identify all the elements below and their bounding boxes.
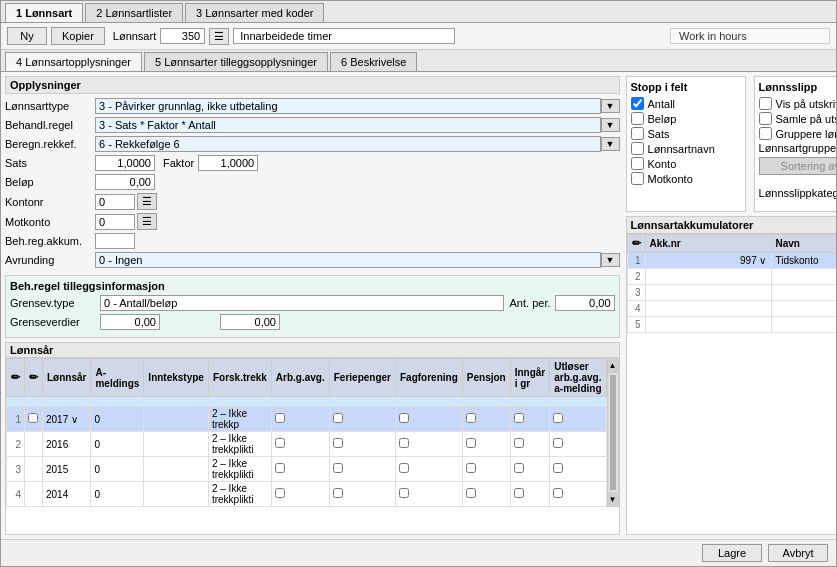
scroll-up-icon[interactable]: ▲ [608, 359, 618, 373]
check-motkonto-box[interactable] [631, 172, 644, 185]
new-button[interactable]: Ny [7, 27, 47, 45]
check-motkonto-label: Motkonto [648, 173, 693, 185]
akk-navn-3 [771, 285, 836, 301]
year-row-4[interactable]: 4 2014 0 2 – Ikke trekkplikti [7, 482, 607, 507]
row-fagf-2 [396, 432, 463, 457]
row-inntekt-3 [144, 457, 209, 482]
lønnsår-title: Lønnsår [10, 344, 53, 356]
scroll-down-icon[interactable]: ▼ [608, 492, 618, 506]
beh-regel-title: Beh.regel tilleggsinformasjon [10, 280, 615, 292]
akk-col-navn: Navn [771, 235, 836, 253]
row-year-3: 2015 [43, 457, 91, 482]
check-gruppere-box[interactable] [759, 127, 772, 140]
col-inntekstype: Inntekstype [144, 359, 209, 397]
akk-row-5[interactable]: 5 [627, 317, 836, 333]
kontonr-list-icon[interactable]: ☰ [137, 193, 157, 210]
beregnrekkef-dropdown[interactable]: 6 - Rekkefølge 6 ▼ [95, 136, 620, 152]
check-konto-box[interactable] [631, 157, 644, 170]
lønnsart-number[interactable] [160, 28, 205, 44]
lønnsår-header: Lønnsår [6, 343, 619, 358]
check-beløp-box[interactable] [631, 112, 644, 125]
akk-row-4[interactable]: 4 [627, 301, 836, 317]
avrunding-dropdown[interactable]: 0 - Ingen ▼ [95, 252, 620, 268]
row-year-2: 2016 [43, 432, 91, 457]
lønnsart-label: Lønnsart [113, 30, 156, 42]
lønnsartgruppe-row: Lønnsartgruppe 0 [759, 142, 836, 154]
check-samle-utskrift: Samle på utskrift [759, 112, 836, 125]
row-checkbox-4[interactable] [25, 482, 43, 507]
ant-per-input[interactable] [555, 295, 615, 311]
row-forsk-4: 2 – Ikke trekkplikti [208, 482, 271, 507]
row-checkbox-1[interactable] [25, 407, 43, 432]
behandlregel-arrow[interactable]: ▼ [601, 118, 620, 132]
check-lønnsartnavn-box[interactable] [631, 142, 644, 155]
grensev-type-input[interactable] [100, 295, 504, 311]
akk-row-1[interactable]: 1 997 ∨ Tidskonto [627, 253, 836, 269]
akk-row-3[interactable]: 3 [627, 285, 836, 301]
year-row-2[interactable]: 2 2016 0 2 – Ikke trekkplikti [7, 432, 607, 457]
avrunding-arrow[interactable]: ▼ [601, 253, 620, 267]
row-arb-2 [271, 432, 329, 457]
check-beløp-label: Beløp [648, 113, 677, 125]
behandlregel-dropdown[interactable]: 3 - Sats * Faktor * Antall ▼ [95, 117, 620, 133]
tab-beskrivelse[interactable]: 6 Beskrivelse [330, 52, 417, 71]
opplysninger-title: Opplysninger [5, 76, 620, 94]
tab-tilleggsopplysninger[interactable]: 5 Lønnsarter tilleggsopplysninger [144, 52, 328, 71]
motkonto-label: Motkonto [5, 216, 95, 228]
check-samle-utskrift-label: Samle på utskrift [776, 113, 836, 125]
check-sats-box[interactable] [631, 127, 644, 140]
row-forsk-1: 2 – Ikke trekkp [208, 407, 271, 432]
bottom-bar: Lagre Avbryt [1, 539, 836, 566]
work-in-hours: Work in hours [670, 28, 830, 44]
row-arb-3 [271, 457, 329, 482]
row-fagf-3 [396, 457, 463, 482]
lønnsarttype-arrow[interactable]: ▼ [601, 99, 620, 113]
year-row-1[interactable]: 1 2017 ∨ 0 2 – Ikke trekkp [7, 407, 607, 432]
avbryt-button[interactable]: Avbryt [768, 544, 828, 562]
lønnsarttype-dropdown[interactable]: 3 - Påvirker grunnlag, ikke utbetaling ▼ [95, 98, 620, 114]
lønnsart-list-icon[interactable]: ☰ [209, 28, 229, 45]
stopp-section: Stopp i felt Antall Beløp Sats [626, 76, 746, 212]
behandlregel-row: Behandl.regel 3 - Sats * Faktor * Antall… [5, 117, 620, 133]
tab-lønnsarter-koder[interactable]: 3 Lønnsarter med koder [185, 3, 324, 22]
motkonto-input[interactable] [95, 214, 135, 230]
lagre-button[interactable]: Lagre [702, 544, 762, 562]
row-pensjon-2 [462, 432, 510, 457]
copy-button[interactable]: Kopier [51, 27, 105, 45]
row-num-3: 3 [7, 457, 25, 482]
sats-input[interactable] [95, 155, 155, 171]
beregnrekkef-label: Beregn.rekkef. [5, 138, 95, 150]
row-utloeser-2 [550, 432, 606, 457]
beløp-input[interactable] [95, 174, 155, 190]
tab-lønnsart[interactable]: 1 Lønnsart [5, 3, 83, 22]
year-row-3[interactable]: 3 2015 0 2 – Ikke trekkplikti [7, 457, 607, 482]
akkumulatorer-table-container: ✏ Akk.nr Navn 1 997 ∨ Tidskonto [627, 234, 836, 333]
kontonr-input[interactable] [95, 194, 135, 210]
left-panel: Opplysninger Lønnsarttype 3 - Påvirker g… [5, 76, 620, 535]
akkumulatorer-title: Lønnsartakkumulatorer [627, 217, 836, 234]
row-checkbox-3[interactable] [25, 457, 43, 482]
tab-lønnsartopplysninger[interactable]: 4 Lønnsartopplysninger [5, 52, 142, 71]
akkumulatorer-table: ✏ Akk.nr Navn 1 997 ∨ Tidskonto [627, 234, 836, 333]
grenseverdier-v1[interactable] [100, 314, 160, 330]
lønnsarttype-value: 3 - Påvirker grunnlag, ikke utbetaling [95, 98, 601, 114]
scroll-thumb[interactable] [610, 375, 616, 490]
check-samle-utskrift-box[interactable] [759, 112, 772, 125]
beh-akkum-input[interactable] [95, 233, 135, 249]
lønnsart-description[interactable] [233, 28, 454, 44]
akk-navn-5 [771, 317, 836, 333]
year-scrollbar[interactable]: ▲ ▼ [607, 358, 619, 507]
check-motkonto: Motkonto [631, 172, 741, 185]
grenseverdier-v2[interactable] [220, 314, 280, 330]
beregnrekkef-value: 6 - Rekkefølge 6 [95, 136, 601, 152]
sortering-button[interactable]: Sortering av lønnsartgrupper [759, 157, 836, 175]
beregnrekkef-arrow[interactable]: ▼ [601, 137, 620, 151]
motkonto-list-icon[interactable]: ☰ [137, 213, 157, 230]
faktor-input[interactable] [198, 155, 258, 171]
akk-navn-4 [771, 301, 836, 317]
tab-lønnsartlister[interactable]: 2 Lønnsartlister [85, 3, 183, 22]
check-vis-utskrift-box[interactable] [759, 97, 772, 110]
row-checkbox-2[interactable] [25, 432, 43, 457]
akk-row-2[interactable]: 2 [627, 269, 836, 285]
check-antall-box[interactable] [631, 97, 644, 110]
